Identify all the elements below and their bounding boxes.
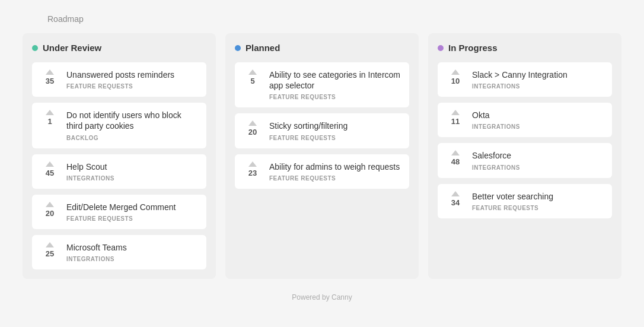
vote-count: 5 (250, 77, 254, 85)
card[interactable]: 11OktaINTEGRATIONS (438, 103, 612, 137)
card-tag: INTEGRATIONS (472, 83, 604, 90)
card-tag: FEATURE REQUESTS (269, 175, 401, 182)
card-title: Microsoft Teams (66, 242, 198, 253)
card-content: Help ScoutINTEGRATIONS (66, 161, 198, 182)
card-content: Ability for admins to weigh requestsFEAT… (269, 161, 401, 182)
vote-box: 25 (40, 242, 59, 258)
card[interactable]: 20Sticky sorting/filteringFEATURE REQUES… (235, 113, 409, 148)
card-tag: BACKLOG (66, 135, 198, 141)
card[interactable]: 5Ability to see categories in Intercom a… (235, 62, 409, 107)
vote-box: 35 (40, 69, 59, 85)
card[interactable]: 48SalesforceINTEGRATIONS (438, 143, 612, 177)
upvote-arrow-icon[interactable] (46, 202, 54, 207)
card-tag: FEATURE REQUESTS (269, 94, 401, 100)
vote-box: 45 (40, 161, 59, 177)
column-title-under-review: Under Review (43, 43, 101, 53)
column-header-under-review: Under Review (32, 43, 206, 53)
vote-count: 23 (248, 169, 257, 177)
vote-count: 11 (451, 117, 460, 126)
card[interactable]: 10Slack > Canny IntegrationINTEGRATIONS (438, 62, 612, 97)
card-title: Sticky sorting/filtering (269, 120, 401, 131)
vote-box: 11 (446, 110, 465, 126)
board: Under Review35Unanswered posts reminders… (23, 33, 621, 279)
card-title: Ability for admins to weigh requests (269, 161, 401, 172)
upvote-arrow-icon[interactable] (46, 69, 54, 75)
card-tag: FEATURE REQUESTS (66, 83, 198, 90)
card-title: Edit/Delete Merged Comment (66, 202, 198, 212)
card-title: Ability to see categories in Intercom ap… (269, 69, 401, 91)
card-tag: FEATURE REQUESTS (269, 135, 401, 141)
vote-count: 1 (47, 117, 52, 126)
card-content: Ability to see categories in Intercom ap… (269, 69, 401, 100)
card-title: Do not identify users who block third pa… (66, 110, 198, 131)
vote-count: 35 (46, 77, 54, 85)
upvote-arrow-icon[interactable] (248, 161, 257, 167)
card-content: Do not identify users who block third pa… (66, 110, 198, 141)
card-content: Unanswered posts remindersFEATURE REQUES… (66, 69, 198, 90)
status-dot-planned (235, 45, 241, 51)
card-content: Better voter searchingFEATURE REQUESTS (472, 191, 604, 211)
card-content: OktaINTEGRATIONS (472, 110, 604, 130)
card-tag: INTEGRATIONS (66, 256, 198, 262)
upvote-arrow-icon[interactable] (451, 191, 460, 196)
card-tag: INTEGRATIONS (472, 123, 604, 130)
column-header-planned: Planned (235, 43, 409, 53)
card[interactable]: 20Edit/Delete Merged CommentFEATURE REQU… (32, 195, 206, 229)
upvote-arrow-icon[interactable] (46, 110, 54, 115)
card[interactable]: 35Unanswered posts remindersFEATURE REQU… (32, 62, 206, 97)
card[interactable]: 1Do not identify users who block third p… (32, 103, 206, 148)
column-title-in-progress: In Progress (448, 43, 498, 53)
card-title: Okta (472, 110, 604, 120)
column-under-review: Under Review35Unanswered posts reminders… (23, 33, 216, 279)
card[interactable]: 25Microsoft TeamsINTEGRATIONS (32, 235, 206, 269)
card-title: Salesforce (472, 150, 604, 161)
status-dot-under-review (32, 45, 38, 51)
card-tag: FEATURE REQUESTS (472, 205, 604, 211)
vote-box: 10 (446, 69, 465, 85)
card-content: Microsoft TeamsINTEGRATIONS (66, 242, 198, 262)
card[interactable]: 23Ability for admins to weigh requestsFE… (235, 154, 409, 189)
vote-box: 48 (446, 150, 465, 166)
vote-box: 23 (243, 161, 262, 177)
card-title: Help Scout (66, 161, 198, 172)
vote-count: 34 (451, 198, 460, 207)
card-content: Sticky sorting/filteringFEATURE REQUESTS (269, 120, 401, 141)
upvote-arrow-icon[interactable] (451, 150, 460, 155)
vote-count: 48 (451, 157, 460, 166)
card[interactable]: 34Better voter searchingFEATURE REQUESTS (438, 184, 612, 218)
card-tag: FEATURE REQUESTS (66, 215, 198, 222)
vote-count: 20 (46, 209, 54, 218)
card-title: Slack > Canny Integration (472, 69, 604, 80)
column-in-progress: In Progress10Slack > Canny IntegrationIN… (428, 33, 621, 279)
vote-box: 5 (243, 69, 262, 85)
status-dot-in-progress (438, 45, 444, 51)
card-tag: INTEGRATIONS (66, 175, 198, 182)
column-planned: Planned5Ability to see categories in Int… (225, 33, 419, 279)
column-title-planned: Planned (246, 43, 280, 53)
upvote-arrow-icon[interactable] (248, 120, 257, 126)
vote-count: 20 (248, 128, 257, 136)
upvote-arrow-icon[interactable] (451, 69, 460, 75)
card[interactable]: 45Help ScoutINTEGRATIONS (32, 154, 206, 189)
upvote-arrow-icon[interactable] (248, 69, 257, 75)
page-title: Roadmap (47, 14, 84, 24)
vote-box: 1 (40, 110, 59, 126)
column-header-in-progress: In Progress (438, 43, 612, 53)
upvote-arrow-icon[interactable] (46, 161, 54, 167)
card-content: Edit/Delete Merged CommentFEATURE REQUES… (66, 202, 198, 222)
card-tag: INTEGRATIONS (472, 164, 604, 171)
upvote-arrow-icon[interactable] (46, 242, 54, 247)
vote-count: 25 (46, 249, 54, 258)
vote-box: 20 (243, 120, 262, 136)
vote-count: 45 (46, 169, 54, 177)
card-content: SalesforceINTEGRATIONS (472, 150, 604, 170)
card-title: Unanswered posts reminders (66, 69, 198, 80)
footer: Powered by Canny (292, 293, 352, 301)
vote-count: 10 (451, 77, 460, 85)
vote-box: 20 (40, 202, 59, 218)
card-title: Better voter searching (472, 191, 604, 202)
upvote-arrow-icon[interactable] (451, 110, 460, 115)
card-content: Slack > Canny IntegrationINTEGRATIONS (472, 69, 604, 90)
vote-box: 34 (446, 191, 465, 207)
